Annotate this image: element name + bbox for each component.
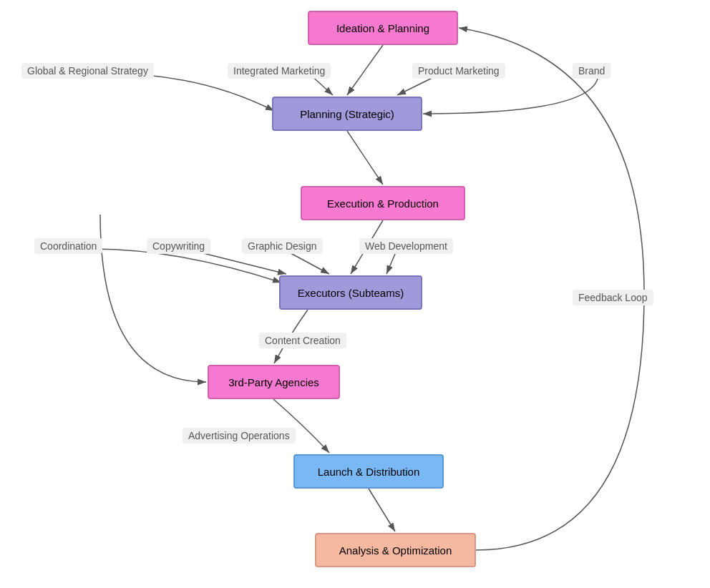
launch-distribution-node: Launch & Distribution	[293, 454, 444, 489]
svg-line-4	[347, 131, 383, 185]
web-development-label: Web Development	[359, 238, 453, 254]
global-strategy-label: Global & Regional Strategy	[21, 63, 154, 79]
coordination-label: Coordination	[34, 238, 102, 254]
ideation-planning-node: Ideation & Planning	[308, 11, 458, 45]
analysis-optimization-node: Analysis & Optimization	[315, 533, 476, 567]
feedback-loop-label: Feedback Loop	[573, 290, 653, 305]
svg-line-1	[347, 45, 383, 95]
graphic-design-label: Graphic Design	[242, 238, 323, 254]
executors-subteams-node: Executors (Subteams)	[279, 275, 422, 310]
third-party-agencies-node: 3rd-Party Agencies	[208, 365, 340, 399]
content-creation-label: Content Creation	[259, 333, 346, 348]
execution-production-node: Execution & Production	[301, 186, 465, 220]
svg-line-9	[369, 489, 395, 531]
integrated-marketing-label: Integrated Marketing	[228, 63, 331, 79]
product-marketing-label: Product Marketing	[412, 63, 505, 79]
advertising-operations-label: Advertising Operations	[183, 428, 296, 444]
planning-strategic-node: Planning (Strategic)	[272, 97, 422, 131]
diagram-container: Ideation & Planning Planning (Strategic)…	[0, 0, 710, 588]
brand-label: Brand	[573, 63, 611, 79]
copywriting-label: Copywriting	[147, 238, 210, 254]
